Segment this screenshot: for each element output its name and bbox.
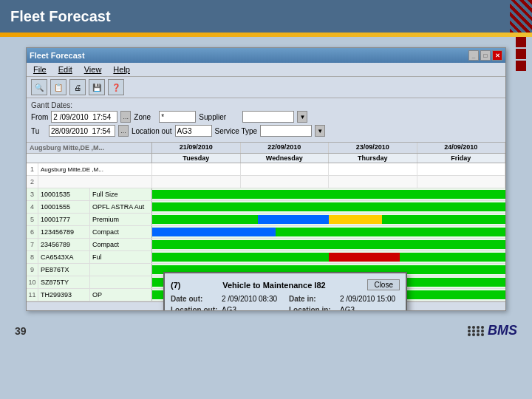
supplier-input[interactable] (242, 111, 294, 123)
gantt-days: Tuesday Wednesday Thursday Friday (152, 154, 505, 163)
day-col-0: Tuesday (152, 154, 241, 163)
from-label: From (31, 113, 48, 121)
table-row[interactable]: 2 (27, 176, 505, 188)
popup-location-out-value: AG3 (222, 306, 236, 310)
tu-label: Tu (31, 127, 46, 135)
filter-row-2: Tu … Location out Service Type ▼ (31, 125, 501, 137)
toolbar-clipboard-btn[interactable]: 📋 (50, 79, 66, 95)
from-picker-btn[interactable]: … (120, 111, 131, 123)
popup-close-button[interactable]: Close (367, 279, 400, 290)
row-desc: Compact (90, 226, 152, 238)
popup-location-in-label: Location in: (289, 306, 337, 310)
row-id: 23456789 (38, 239, 90, 250)
supplier-dropdown-btn[interactable]: ▼ (297, 111, 307, 123)
row-num: 3 (27, 188, 38, 200)
service-type-input[interactable] (260, 125, 312, 137)
toolbar-search-btn[interactable]: 🔍 (31, 79, 47, 95)
right-decoration (516, 37, 526, 71)
page-footer: 39 BMS (0, 317, 532, 344)
row-id: CA6543XA (38, 251, 90, 263)
maximize-button[interactable]: □ (480, 50, 491, 61)
row-bars (152, 214, 505, 225)
table-row[interactable]: 7 23456789 Compact (27, 239, 505, 251)
menu-help[interactable]: Help (111, 64, 132, 75)
row-id: SZ875TY (38, 276, 90, 288)
popup-id: (7) (171, 281, 180, 290)
gantt-dates-label: Gantt Dates: (31, 101, 501, 109)
bms-logo: BMS (468, 323, 517, 338)
popup-date-out: Date out: 2 /09/2010 08:30 (171, 295, 282, 303)
bms-text: BMS (488, 323, 517, 338)
zone-input[interactable] (159, 111, 196, 123)
row-num: 7 (27, 239, 38, 250)
location-out-label: Location out (132, 127, 172, 135)
gantt-date-header: Augsburg Mitte,DE ,M... 21/09/2010 22/09… (27, 143, 505, 154)
row-id: 123456789 (38, 226, 90, 238)
row-num: 11 (27, 289, 38, 301)
date-col-0: 21/09/2010 (152, 143, 241, 153)
from-input[interactable] (51, 111, 117, 123)
popup-date-in-value: 2 /09/2010 15:00 (340, 295, 395, 303)
row-id (38, 176, 152, 188)
menu-view[interactable]: View (82, 64, 104, 75)
supplier-label: Supplier (199, 113, 239, 121)
location-out-input[interactable] (175, 125, 212, 137)
row-desc: Compact (90, 239, 152, 250)
popup-date-out-value: 2 /09/2010 08:30 (222, 295, 277, 303)
date-col-1: 22/09/2010 (241, 143, 330, 153)
service-type-dropdown-btn[interactable]: ▼ (315, 125, 325, 137)
table-row[interactable]: 4 10001555 OPFL ASTRA Aut (27, 201, 505, 214)
row-desc: OPFL ASTRA Aut (90, 201, 152, 213)
corner-decoration (510, 0, 532, 33)
popup-date-out-label: Date out: (171, 295, 219, 303)
row-num: 2 (27, 176, 38, 188)
page-number: 39 (15, 325, 27, 337)
date-col-2: 23/09/2010 (329, 143, 417, 153)
row-id: 10001777 (38, 214, 90, 225)
gantt-date-cols: 21/09/2010 22/09/2010 23/09/2010 24/09/2… (152, 143, 505, 153)
close-button[interactable]: ✕ (492, 50, 502, 61)
day-col-2: Thursday (329, 154, 417, 163)
table-row[interactable]: 1 Augsburg Mitte,DE ,M... (27, 163, 505, 176)
tu-input[interactable] (49, 125, 115, 137)
service-type-label: Service Type (215, 127, 258, 135)
row-num: 10 (27, 276, 38, 288)
menu-edit[interactable]: Edit (56, 64, 75, 75)
row-num: 9 (27, 264, 38, 276)
toolbar-print-btn[interactable]: 🖨 (69, 79, 86, 95)
row-desc (90, 264, 152, 276)
popup-location-out: Location out: AG3 (171, 306, 282, 310)
row-bars (152, 176, 505, 188)
table-row[interactable]: 3 10001535 Full Size (27, 188, 505, 201)
popup-row-locations: Location out: AG3 Location in: AG3 (171, 306, 400, 310)
row-id: PE876TX (38, 264, 90, 276)
popup-title-text: Vehicle to Maintenance I82 (222, 281, 325, 290)
fleet-forecast-window: Fleet Forecast _ □ ✕ File Edit View Help… (26, 47, 506, 311)
zone-label: Zone (134, 113, 156, 121)
row-bars (152, 201, 505, 213)
table-row[interactable]: 8 CA6543XA Ful (27, 251, 505, 264)
gantt-left-header: Augsburg Mitte,DE ,M... (27, 143, 152, 153)
table-row[interactable]: 6 123456789 Compact (27, 226, 505, 239)
table-row[interactable]: 5 10001777 Premium (27, 214, 505, 226)
row-desc: Premium (90, 214, 152, 225)
gantt-area: Augsburg Mitte,DE ,M... 21/09/2010 22/09… (27, 143, 505, 310)
row-num: 5 (27, 214, 38, 225)
row-bars (152, 188, 505, 200)
popup-date-in-label: Date in: (289, 295, 337, 303)
row-desc (90, 276, 152, 288)
day-col-1: Wednesday (241, 154, 330, 163)
popup-location-in: Location in: AG3 (289, 306, 400, 310)
row-num: 6 (27, 226, 38, 238)
toolbar-help-btn[interactable]: ❓ (108, 79, 124, 95)
row-id: TH299393 (38, 289, 90, 301)
tu-picker-btn[interactable]: … (118, 125, 129, 137)
minimize-button[interactable]: _ (468, 50, 479, 61)
filter-row-1: From … Zone Supplier ▼ (31, 111, 501, 123)
date-col-3: 24/09/2010 (417, 143, 506, 153)
bms-dots (468, 326, 485, 336)
toolbar-save-btn[interactable]: 💾 (89, 79, 105, 95)
menu-file[interactable]: File (31, 64, 49, 75)
row-bars (152, 226, 505, 238)
filter-bar: Gantt Dates: From … Zone Supplier ▼ Tu …… (27, 98, 505, 143)
